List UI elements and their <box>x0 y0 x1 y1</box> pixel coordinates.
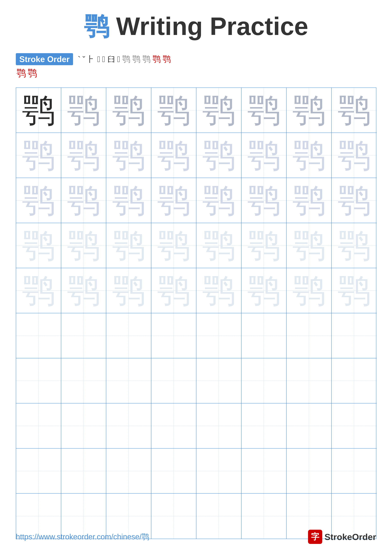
cell-char: 鹗 <box>22 94 55 127</box>
page-title: 鹗 Writing Practice <box>84 9 308 44</box>
cell-char: 鹗 <box>22 184 55 217</box>
grid-cell-8-7[interactable] <box>286 403 332 449</box>
grid-cell-3-1[interactable]: 鹗 <box>16 178 61 223</box>
grid-cell-1-4[interactable]: 鹗 <box>151 88 196 133</box>
grid-cell-6-7[interactable] <box>286 313 332 358</box>
grid-cell-9-1[interactable] <box>16 449 61 494</box>
grid-cell-7-4[interactable] <box>151 358 196 403</box>
grid-cell-2-7[interactable]: 鹗 <box>286 133 332 178</box>
grid-cell-1-7[interactable]: 鹗 <box>286 88 332 133</box>
grid-cell-1-5[interactable]: 鹗 <box>196 88 242 133</box>
grid-cell-9-5[interactable] <box>196 449 242 494</box>
grid-cell-9-6[interactable] <box>242 449 286 494</box>
grid-cell-5-2[interactable]: 鹗 <box>61 268 106 313</box>
cell-char: 鹗 <box>157 94 190 127</box>
footer: https://www.strokeorder.com/chinese/鹗 字 … <box>16 530 376 544</box>
cell-char: 鹗 <box>247 229 280 262</box>
grid-cell-5-4[interactable]: 鹗 <box>151 268 196 313</box>
grid-cell-7-8[interactable] <box>332 358 377 403</box>
grid-cell-9-2[interactable] <box>61 449 106 494</box>
grid-cell-2-1[interactable]: 鹗 <box>16 133 61 178</box>
stroke-4: 𠃑 <box>97 55 100 64</box>
grid-cell-6-6[interactable] <box>242 313 286 358</box>
grid-cell-4-6[interactable]: 鹗 <box>242 223 286 268</box>
grid-cell-1-3[interactable]: 鹗 <box>106 88 151 133</box>
grid-cell-5-1[interactable]: 鹗 <box>16 268 61 313</box>
grid-cell-3-7[interactable]: 鹗 <box>286 178 332 223</box>
grid-cell-2-2[interactable]: 鹗 <box>61 133 106 178</box>
grid-cell-8-5[interactable] <box>196 403 242 449</box>
grid-cell-6-5[interactable] <box>196 313 242 358</box>
grid-cell-4-8[interactable]: 鹗 <box>332 223 377 268</box>
footer-url[interactable]: https://www.strokeorder.com/chinese/鹗 <box>16 532 149 542</box>
grid-cell-4-5[interactable]: 鹗 <box>196 223 242 268</box>
footer-logo-icon: 字 <box>308 530 322 544</box>
grid-cell-3-6[interactable]: 鹗 <box>242 178 286 223</box>
grid-row-5: 鹗 鹗 鹗 鹗 鹗 鹗 鹗 鹗 <box>16 268 376 313</box>
grid-cell-8-6[interactable] <box>242 403 286 449</box>
grid-cell-5-8[interactable]: 鹗 <box>332 268 377 313</box>
grid-cell-3-3[interactable]: 鹗 <box>106 178 151 223</box>
grid-cell-2-8[interactable]: 鹗 <box>332 133 377 178</box>
stroke-6: 𦥑 <box>107 55 115 64</box>
cell-char: 鹗 <box>112 229 145 262</box>
stroke-extra-1: 鹗 <box>16 67 26 80</box>
practice-grid: 鹗 鹗 鹗 鹗 鹗 鹗 鹗 鹗 <box>16 88 376 539</box>
grid-cell-7-6[interactable] <box>242 358 286 403</box>
grid-cell-9-7[interactable] <box>286 449 332 494</box>
grid-row-4: 鹗 鹗 鹗 鹗 鹗 鹗 鹗 鹗 <box>16 223 376 268</box>
cell-char: 鹗 <box>247 94 280 127</box>
grid-cell-1-1[interactable]: 鹗 <box>16 88 61 133</box>
grid-cell-4-3[interactable]: 鹗 <box>106 223 151 268</box>
grid-cell-3-8[interactable]: 鹗 <box>332 178 377 223</box>
grid-cell-5-6[interactable]: 鹗 <box>242 268 286 313</box>
grid-cell-5-5[interactable]: 鹗 <box>196 268 242 313</box>
stroke-12: 鹗 <box>163 54 171 65</box>
grid-cell-7-2[interactable] <box>61 358 106 403</box>
cell-char: 鹗 <box>67 274 100 307</box>
stroke-11: 鹗 <box>152 54 161 65</box>
grid-cell-4-4[interactable]: 鹗 <box>151 223 196 268</box>
stroke-2: ˇ <box>82 55 85 64</box>
grid-cell-5-3[interactable]: 鹗 <box>106 268 151 313</box>
grid-cell-1-6[interactable]: 鹗 <box>242 88 286 133</box>
grid-cell-3-4[interactable]: 鹗 <box>151 178 196 223</box>
grid-cell-7-3[interactable] <box>106 358 151 403</box>
grid-cell-6-3[interactable] <box>106 313 151 358</box>
grid-cell-3-2[interactable]: 鹗 <box>61 178 106 223</box>
grid-cell-2-6[interactable]: 鹗 <box>242 133 286 178</box>
grid-cell-6-8[interactable] <box>332 313 377 358</box>
cell-char: 鹗 <box>337 229 371 262</box>
grid-cell-6-2[interactable] <box>61 313 106 358</box>
grid-cell-7-1[interactable] <box>16 358 61 403</box>
grid-cell-7-5[interactable] <box>196 358 242 403</box>
grid-cell-2-3[interactable]: 鹗 <box>106 133 151 178</box>
grid-cell-9-3[interactable] <box>106 449 151 494</box>
grid-cell-4-2[interactable]: 鹗 <box>61 223 106 268</box>
grid-cell-4-7[interactable]: 鹗 <box>286 223 332 268</box>
cell-char: 鹗 <box>112 274 145 307</box>
grid-cell-3-5[interactable]: 鹗 <box>196 178 242 223</box>
grid-cell-2-5[interactable]: 鹗 <box>196 133 242 178</box>
grid-cell-1-2[interactable]: 鹗 <box>61 88 106 133</box>
grid-cell-8-1[interactable] <box>16 403 61 449</box>
grid-cell-8-2[interactable] <box>61 403 106 449</box>
grid-cell-8-4[interactable] <box>151 403 196 449</box>
grid-cell-6-4[interactable] <box>151 313 196 358</box>
grid-cell-8-3[interactable] <box>106 403 151 449</box>
grid-row-7 <box>16 358 376 403</box>
grid-cell-1-8[interactable]: 鹗 <box>332 88 377 133</box>
stroke-order-label: Stroke Order <box>16 53 73 65</box>
grid-cell-6-1[interactable] <box>16 313 61 358</box>
grid-cell-4-1[interactable]: 鹗 <box>16 223 61 268</box>
grid-cell-8-8[interactable] <box>332 403 377 449</box>
grid-cell-9-8[interactable] <box>332 449 377 494</box>
grid-row-1: 鹗 鹗 鹗 鹗 鹗 鹗 鹗 鹗 <box>16 88 376 133</box>
grid-cell-7-7[interactable] <box>286 358 332 403</box>
cell-char: 鹗 <box>67 229 100 262</box>
grid-cell-2-4[interactable]: 鹗 <box>151 133 196 178</box>
grid-cell-9-4[interactable] <box>151 449 196 494</box>
cell-char: 鹗 <box>157 229 190 262</box>
stroke-order-section: Stroke Order ` ˇ ⺊ 𠃑 𠄌 𦥑 𦢼 鹗 鹗 鹗 鹗 鹗 鹗 鹗 <box>16 53 376 80</box>
grid-cell-5-7[interactable]: 鹗 <box>286 268 332 313</box>
